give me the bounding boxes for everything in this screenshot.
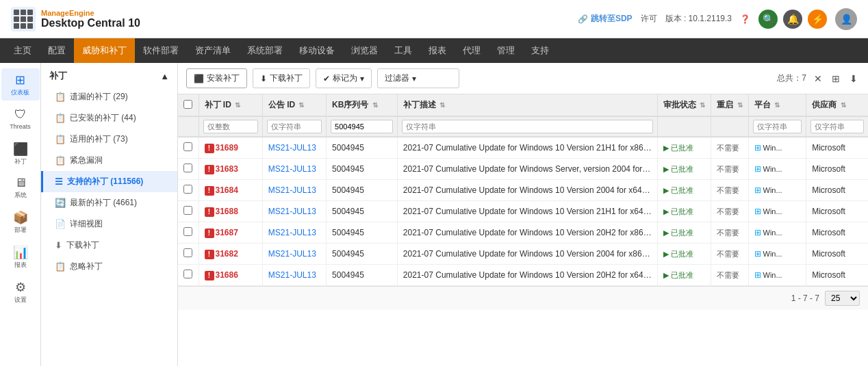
table-view-button[interactable]: ⊞ (830, 71, 842, 86)
patch-id-link[interactable]: 31682 (216, 249, 238, 259)
sidebar-item-threats[interactable]: 🛡 Threats (1, 103, 40, 135)
sec-item-applicable[interactable]: 📋 适用的补丁 (73) (41, 129, 177, 150)
nav-item-tools[interactable]: 工具 (386, 38, 420, 63)
nav-item-reports[interactable]: 报表 (420, 38, 455, 63)
sec-item-applicable-label: 适用的补丁 (73) (70, 133, 128, 145)
row-checkbox[interactable] (183, 142, 192, 151)
nav-item-threats[interactable]: 威胁和补丁 (74, 38, 135, 63)
patch-id-link[interactable]: 31686 (216, 270, 238, 280)
sec-item-detail[interactable]: 📄 详细视图 (41, 213, 177, 235)
user-avatar[interactable]: 👤 (835, 8, 857, 30)
bulletin-id-link[interactable]: MS21-JUL13 (268, 249, 316, 259)
patch-id-link[interactable]: 31688 (216, 207, 238, 216)
filter-platform-input[interactable] (753, 120, 802, 133)
nav-item-assets[interactable]: 资产清单 (187, 38, 239, 63)
help-icon[interactable]: ❓ (740, 14, 750, 24)
bolt-button[interactable]: ⚡ (808, 10, 827, 29)
close-filter-button[interactable]: ✕ (812, 71, 824, 86)
th-patch-id[interactable]: 补丁 ID ⇅ (199, 94, 262, 116)
sec-item-latest[interactable]: 🔄 最新的补丁 (4661) (41, 192, 177, 213)
table-row: !31686 MS21-JUL13 5004945 2021-07 Cumula… (178, 265, 868, 286)
bulletin-id-link[interactable]: MS21-JUL13 (268, 228, 316, 237)
sec-item-missed[interactable]: 📋 遗漏的补丁 (29) (41, 86, 177, 107)
th-kb-serial[interactable]: KB序列号 ⇅ (327, 94, 398, 116)
sec-item-installed-label: 已安装的补丁 (44) (70, 112, 136, 124)
bulletin-id-link[interactable]: MS21-JUL13 (268, 207, 316, 216)
row-checkbox[interactable] (183, 164, 192, 172)
nav-item-system[interactable]: 系统部署 (239, 38, 291, 63)
nav-item-browser[interactable]: 浏览器 (343, 38, 386, 63)
sec-item-installed[interactable]: 📋 已安装的补丁 (44) (41, 107, 177, 129)
row-restart: 不需要 (711, 180, 748, 201)
th-description[interactable]: 补丁描述 ⇅ (397, 94, 657, 116)
th-approval[interactable]: 审批状态 ⇅ (657, 94, 711, 116)
bell-button[interactable]: 🔔 (783, 10, 802, 29)
app-grid-icon[interactable] (11, 7, 36, 31)
nav-item-manage[interactable]: 管理 (489, 38, 523, 63)
nav-item-home[interactable]: 主页 (5, 38, 40, 63)
export-button[interactable]: ⬇ (847, 71, 860, 86)
patch-id-link[interactable]: 31683 (216, 164, 238, 174)
windows-icon: ⊞ (754, 164, 761, 174)
nav-item-config[interactable]: 配置 (40, 38, 74, 63)
row-bulletin-id: MS21-JUL13 (262, 222, 326, 244)
search-button[interactable]: 🔍 (758, 10, 778, 29)
sec-collapse-icon[interactable]: ▲ (160, 71, 169, 81)
filter-dropdown[interactable]: 过滤器 ▾ (377, 68, 459, 88)
row-checkbox[interactable] (183, 248, 192, 257)
row-checkbox-cell (178, 159, 199, 180)
sidebar-item-dashboard[interactable]: ⊞ 仪表板 (1, 68, 40, 101)
row-kb-serial: 5004945 (327, 180, 398, 201)
sec-item-download[interactable]: ⬇ 下载补丁 (41, 235, 177, 256)
bulletin-id-link[interactable]: MS21-JUL13 (268, 270, 316, 280)
th-restart[interactable]: 重启 ⇅ (711, 94, 748, 116)
sec-item-critical[interactable]: 📋 紧急漏洞 (41, 150, 177, 171)
filter-patch-id-input[interactable] (203, 120, 258, 133)
filter-kb-input[interactable] (331, 120, 393, 133)
patch-id-link[interactable]: 31687 (216, 228, 238, 237)
download-patch-button[interactable]: ⬇ 下载补丁 (253, 68, 310, 88)
approve-flag-icon: ▶ (663, 144, 669, 153)
filter-vendor-input[interactable] (810, 120, 864, 133)
sec-item-ignore[interactable]: 📋 忽略补丁 (41, 256, 177, 277)
th-vendor[interactable]: 供应商 ⇅ (806, 94, 868, 116)
approval-status: ▶已批准 (663, 143, 705, 153)
windows-icon: ⊞ (754, 249, 761, 259)
windows-icon: ⊞ (754, 185, 761, 195)
nav-item-software[interactable]: 软件部署 (135, 38, 187, 63)
sidebar-item-reports[interactable]: 📊 报表 (1, 241, 40, 273)
header-right: 🔗 跳转至SDP 许可 版本 : 10.1.2119.3 ❓ 🔍 🔔 ⚡ 👤 (578, 8, 857, 30)
row-checkbox[interactable] (183, 185, 192, 194)
mark-as-button[interactable]: ✔ 标记为 ▾ (316, 68, 372, 88)
toolbar-right: 总共：7 ✕ ⊞ ⬇ (777, 71, 860, 86)
nav-item-agent[interactable]: 代理 (455, 38, 489, 63)
sidebar-dashboard-label: 仪表板 (11, 89, 29, 96)
sec-item-supported[interactable]: ☰ 支持的补丁 (111566) (41, 171, 177, 192)
patch-id-link[interactable]: 31689 (216, 143, 238, 153)
install-patch-button[interactable]: ⬛ 安装补丁 (186, 68, 247, 88)
row-vendor: Microsoft (806, 137, 868, 159)
patch-id-link[interactable]: 31684 (216, 185, 238, 195)
row-checkbox[interactable] (183, 227, 192, 236)
sidebar-item-settings[interactable]: ⚙ 设置 (1, 276, 40, 308)
bulletin-id-link[interactable]: MS21-JUL13 (268, 164, 316, 174)
sidebar-item-patch[interactable]: ⬛ 补丁 (1, 138, 40, 170)
row-checkbox[interactable] (183, 270, 192, 278)
filter-restart-cell (711, 116, 748, 137)
filter-bulletin-input[interactable] (267, 120, 322, 133)
nav-item-mobile[interactable]: 移动设备 (291, 38, 343, 63)
row-checkbox[interactable] (183, 206, 192, 215)
select-all-checkbox[interactable] (183, 100, 192, 109)
sidebar-item-deploy[interactable]: 📦 部署 (1, 206, 40, 238)
bulletin-id-link[interactable]: MS21-JUL13 (268, 143, 316, 153)
sidebar-item-system[interactable]: 🖥 系统 (1, 172, 40, 203)
row-bulletin-id: MS21-JUL13 (262, 137, 326, 159)
nav-item-support[interactable]: 支持 (523, 38, 557, 63)
th-platform[interactable]: 平台 ⇅ (748, 94, 806, 116)
per-page-select[interactable]: 25 50 100 (825, 291, 860, 306)
approve-flag-icon: ▶ (663, 207, 669, 216)
jump-sdp-link[interactable]: 🔗 跳转至SDP (578, 13, 633, 25)
bulletin-id-link[interactable]: MS21-JUL13 (268, 185, 316, 195)
filter-desc-input[interactable] (402, 120, 653, 133)
th-bulletin-id[interactable]: 公告 ID ⇅ (262, 94, 326, 116)
